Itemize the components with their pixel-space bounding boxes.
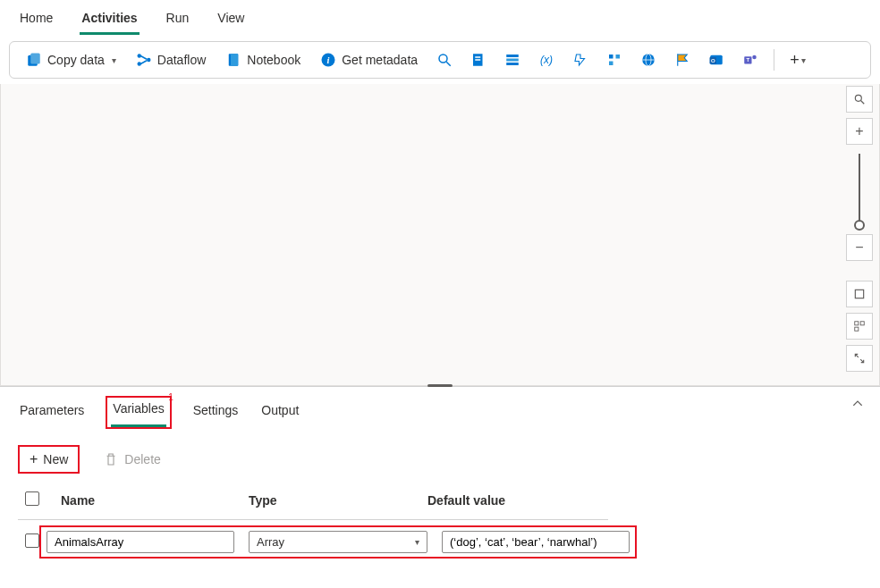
new-variable-button[interactable]: + New [21,448,77,471]
script-icon [470,52,487,68]
variable-x-icon: (x) [538,52,554,68]
notebook-label: Notebook [247,53,300,67]
flag-icon [674,52,690,68]
zoom-in-button[interactable]: + [846,118,873,145]
chevron-down-icon: ▾ [112,55,116,65]
menubar-home[interactable]: Home [18,7,55,35]
delete-label: Delete [124,452,160,466]
variable-default-input[interactable] [442,531,630,553]
notebook-icon [225,52,241,68]
delete-variable-button[interactable]: Delete [94,448,169,471]
trash-icon [103,451,119,467]
svg-rect-6 [231,54,238,66]
canvas-search-button[interactable] [846,86,873,113]
svg-rect-33 [855,322,859,325]
menubar-activities[interactable]: Activities [80,7,139,35]
canvas-tool-rail: + − [846,86,873,372]
svg-text:i: i [327,55,330,65]
plus-icon: + [790,51,800,70]
globe-icon [640,52,656,68]
activities-toolbar: Copy data ▾ Dataflow Notebook i Get meta… [9,41,871,79]
zoom-slider[interactable] [859,154,860,225]
copy-data-button[interactable]: Copy data ▾ [19,48,123,71]
svg-rect-1 [30,54,40,64]
chevron-down-icon: ▾ [801,55,806,65]
zoom-slider-thumb[interactable] [854,220,865,231]
svg-text:O: O [711,58,715,63]
chevron-down-icon: ▾ [415,537,419,547]
get-metadata-button[interactable]: i Get metadata [313,48,425,71]
svg-rect-35 [855,327,859,331]
zoom-out-button[interactable]: − [846,234,873,261]
dataflow-icon [136,52,152,68]
dataflow-label: Dataflow [157,53,206,67]
menubar-view[interactable]: View [216,7,246,35]
svg-rect-14 [506,55,519,57]
column-header-name: Name [54,483,241,520]
svg-rect-15 [506,59,519,62]
function-icon [572,52,588,68]
row-checkbox[interactable] [25,533,39,548]
svg-rect-13 [475,59,480,61]
svg-rect-16 [506,63,519,65]
copy-data-icon [26,52,42,68]
script-icon-button[interactable] [464,47,493,72]
column-header-type: Type [241,483,420,520]
svg-rect-12 [475,56,480,58]
auto-align-button[interactable] [846,313,873,340]
azure-function-icon-button[interactable] [566,47,595,72]
pipeline-canvas[interactable] [0,84,880,386]
copy-data-label: Copy data [47,53,105,67]
svg-rect-18 [609,55,613,59]
svg-point-4 [147,58,151,63]
svg-line-31 [861,101,865,105]
notebook-button[interactable]: Notebook [218,48,308,71]
svg-rect-34 [860,322,864,325]
variable-type-value: Array [257,535,284,549]
plus-icon: + [30,451,38,467]
add-activity-button[interactable]: + ▾ [783,47,812,72]
stored-procedure-icon-button[interactable] [498,47,527,72]
variable-name-input[interactable] [47,531,234,553]
outlook-icon: O [708,52,724,68]
get-metadata-label: Get metadata [342,53,418,67]
variable-type-select[interactable]: Array ▾ [249,531,427,553]
bracket-icon [606,52,622,68]
variables-table: Name Type Default value [18,483,608,520]
panel-collapse-button[interactable] [851,398,864,413]
callout-badge: 1 [168,392,173,402]
tab-variables[interactable]: Variables 1 [111,398,165,427]
info-icon: i [320,52,336,68]
svg-text:T: T [747,57,750,63]
svg-rect-20 [609,62,613,66]
svg-point-9 [439,55,447,63]
teams-icon-button[interactable]: T [736,47,765,72]
fullscreen-button[interactable] [846,345,873,372]
properties-panel: Parameters Variables 1 Settings Output +… [0,386,880,576]
svg-line-10 [446,62,451,66]
web-icon-button[interactable] [634,47,663,72]
svg-text:(x): (x) [540,54,553,66]
tab-parameters[interactable]: Parameters [18,399,86,426]
outlook-icon-button[interactable]: O [702,47,731,72]
search-icon [436,52,453,68]
databricks-icon-button[interactable] [600,47,629,72]
variable-icon-button[interactable]: (x) [532,47,561,72]
list-icon [504,52,520,68]
new-label: New [43,452,68,466]
webhook-icon-button[interactable] [668,47,697,72]
tab-settings[interactable]: Settings [191,399,241,426]
svg-rect-19 [616,55,621,59]
tab-output[interactable]: Output [259,399,300,426]
dataflow-button[interactable]: Dataflow [129,48,213,71]
column-header-default: Default value [420,483,608,520]
svg-point-30 [855,95,861,101]
lookup-icon-button[interactable] [430,47,459,72]
fit-to-screen-button[interactable] [846,281,873,307]
menubar-run[interactable]: Run [165,7,191,35]
teams-icon: T [742,52,758,68]
select-all-checkbox[interactable] [25,491,39,506]
svg-point-28 [752,55,757,60]
svg-rect-32 [855,290,863,298]
toolbar-separator [774,49,774,71]
